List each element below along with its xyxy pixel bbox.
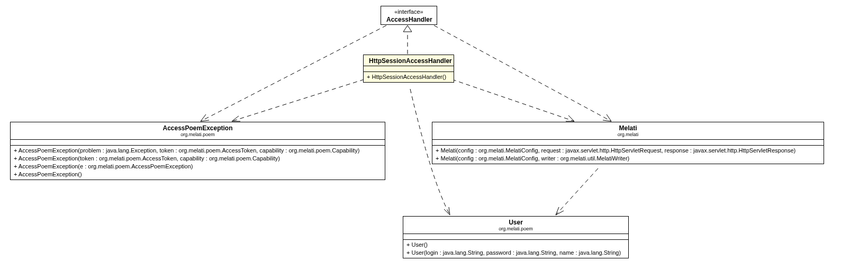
operation: + User(login : java.lang.String, passwor… xyxy=(406,249,625,257)
edge-dependency xyxy=(434,25,611,121)
arrow-dependency xyxy=(603,114,611,121)
package-label: org.melati xyxy=(436,132,820,138)
arrow-dependency xyxy=(444,207,450,215)
operation: + AccessPoemException(e : org.melati.poe… xyxy=(14,163,382,171)
edge-dependency xyxy=(452,79,574,121)
attributes-compartment xyxy=(11,139,385,145)
stereotype-label: «interface» xyxy=(384,7,433,15)
attributes-compartment xyxy=(364,66,454,71)
attributes-compartment xyxy=(432,139,824,145)
package-label: org.melati.poem xyxy=(406,226,625,232)
operation: + AccessPoemException(problem : java.lan… xyxy=(14,147,382,155)
class-name: HttpSessionAccessHandler xyxy=(367,56,450,65)
class-name: AccessPoemException xyxy=(14,123,382,132)
edge-dependency xyxy=(232,79,364,121)
edge-dependency xyxy=(556,168,598,215)
class-access-poem-exception: AccessPoemException org.melati.poem + Ac… xyxy=(10,122,385,180)
operation: + Melati(config : org.melati.MelatiConfi… xyxy=(436,155,820,163)
class-name: AccessHandler xyxy=(384,15,433,23)
operation: + Melati(config : org.melati.MelatiConfi… xyxy=(436,147,820,155)
edge-dependency xyxy=(201,25,386,121)
arrow-dependency xyxy=(566,115,574,121)
arrow-realization xyxy=(403,25,412,32)
class-user: User org.melati.poem + User() + User(log… xyxy=(403,216,629,258)
operation: + AccessPoemException(token : org.melati… xyxy=(14,155,382,163)
arrow-dependency xyxy=(232,116,240,121)
attributes-compartment xyxy=(403,234,628,239)
class-access-handler: «interface» AccessHandler xyxy=(381,6,437,25)
class-name: Melati xyxy=(436,123,820,132)
class-melati: Melati org.melati + Melati(config : org.… xyxy=(432,122,824,164)
package-label: org.melati.poem xyxy=(14,132,382,138)
operation: + AccessPoemException() xyxy=(14,171,382,178)
operation: + HttpSessionAccessHandler() xyxy=(367,73,450,81)
class-name: User xyxy=(406,218,625,226)
class-http-session-access-handler: HttpSessionAccessHandler + HttpSessionAc… xyxy=(363,55,454,83)
operation: + User() xyxy=(406,241,625,249)
